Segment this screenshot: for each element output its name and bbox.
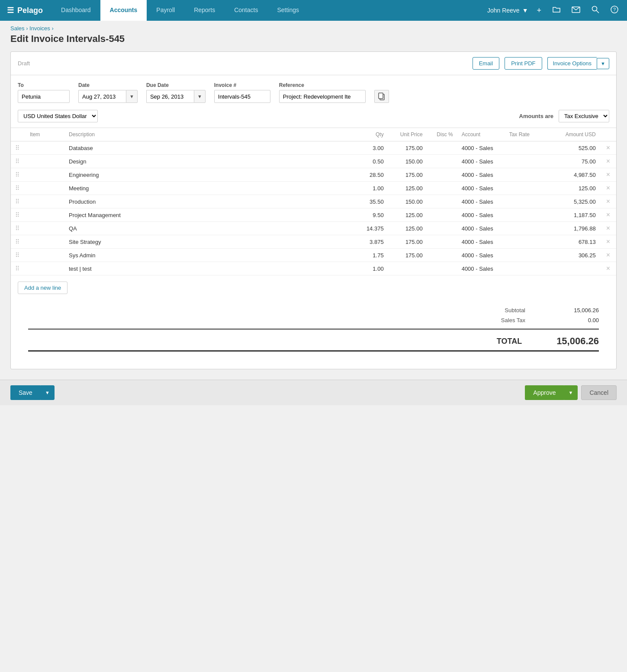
remove-cell: × [600, 182, 616, 195]
date-field-group: Date ▼ [78, 82, 138, 103]
amounts-dropdown[interactable]: Tax Exclusive Tax Inclusive No Tax [559, 110, 609, 122]
tax-rate-cell [505, 155, 553, 168]
drag-handle[interactable]: ⠿ [11, 168, 26, 182]
email-button[interactable]: Email [473, 57, 500, 70]
disc-cell [427, 249, 457, 262]
col-tax-header: Tax Rate [505, 128, 553, 141]
cancel-button[interactable]: Cancel [581, 385, 617, 400]
approve-button[interactable]: Approve [525, 385, 563, 400]
account-cell: 4000 - Sales [457, 182, 505, 195]
to-input[interactable] [18, 90, 70, 103]
date-arrow-btn[interactable]: ▼ [126, 90, 138, 103]
col-disc-header: Disc % [427, 128, 457, 141]
invoice-num-input[interactable] [214, 90, 270, 103]
description-cell: Project Management [64, 208, 354, 222]
save-button[interactable]: Save [10, 385, 40, 400]
unit-price-cell: 175.00 [388, 235, 427, 249]
print-pdf-button[interactable]: Print PDF [505, 57, 542, 70]
remove-row-button[interactable]: × [604, 171, 612, 179]
remove-row-button[interactable]: × [604, 198, 612, 205]
folder-icon[interactable] [551, 4, 562, 17]
invoice-form: Draft Email Print PDF Invoice Options ▼ … [10, 51, 617, 369]
col-item-header: Item [26, 128, 64, 141]
breadcrumb-invoices[interactable]: Invoices [29, 25, 50, 32]
mail-icon[interactable] [570, 4, 582, 17]
remove-row-button[interactable]: × [604, 265, 612, 272]
drag-handle[interactable]: ⠿ [11, 222, 26, 235]
nav-tab-reports[interactable]: Reports [184, 0, 225, 21]
nav-tab-dashboard[interactable]: Dashboard [51, 0, 100, 21]
date-input[interactable] [78, 90, 126, 103]
amount-cell: 306.25 [553, 249, 600, 262]
qty-cell: 28.50 [354, 168, 388, 182]
qty-cell: 3.875 [354, 235, 388, 249]
account-cell: 4000 - Sales [457, 222, 505, 235]
account-cell: 4000 - Sales [457, 249, 505, 262]
hamburger-icon[interactable]: ☰ [7, 6, 14, 15]
drag-handle[interactable]: ⠿ [11, 182, 26, 195]
nav-tab-settings[interactable]: Settings [267, 0, 309, 21]
nav-tab-contacts[interactable]: Contacts [225, 0, 267, 21]
account-cell: 4000 - Sales [457, 208, 505, 222]
remove-row-button[interactable]: × [604, 211, 612, 219]
account-cell: 4000 - Sales [457, 168, 505, 182]
breadcrumb-sales[interactable]: Sales [10, 25, 25, 32]
table-row: ⠿ Meeting 1.00 125.00 4000 - Sales 125.0… [11, 182, 616, 195]
disc-cell [427, 195, 457, 208]
description-cell: Design [64, 155, 354, 168]
description-cell: QA [64, 222, 354, 235]
reference-input[interactable] [279, 90, 366, 103]
due-date-label: Due Date [146, 82, 206, 88]
reference-field-group: Reference [279, 82, 366, 103]
search-icon[interactable] [590, 4, 601, 17]
approve-arrow-button[interactable]: ▼ [564, 385, 578, 400]
app-logo: ☰ Pelago [7, 6, 43, 15]
unit-price-cell: 125.00 [388, 208, 427, 222]
remove-cell: × [600, 195, 616, 208]
add-new-line-button[interactable]: Add a new line [18, 282, 68, 294]
unit-price-cell: 175.00 [388, 249, 427, 262]
table-row: ⠿ Database 3.00 175.00 4000 - Sales 525.… [11, 141, 616, 155]
remove-row-button[interactable]: × [604, 184, 612, 192]
nav-tab-accounts[interactable]: Accounts [100, 0, 147, 21]
remove-row-button[interactable]: × [604, 224, 612, 232]
save-arrow-button[interactable]: ▼ [40, 385, 55, 400]
col-drag [11, 128, 26, 141]
copy-button[interactable] [374, 90, 389, 103]
drag-handle[interactable]: ⠿ [11, 155, 26, 168]
help-icon[interactable]: ? [609, 4, 620, 17]
amount-cell: 525.00 [553, 141, 600, 155]
remove-row-button[interactable]: × [604, 157, 612, 165]
remove-row-button[interactable]: × [604, 251, 612, 259]
unit-price-cell: 125.00 [388, 182, 427, 195]
nav-tab-payroll[interactable]: Payroll [147, 0, 184, 21]
remove-row-button[interactable]: × [604, 238, 612, 246]
user-area[interactable]: John Reeve ▼ [487, 7, 528, 14]
to-label: To [18, 82, 70, 88]
due-date-input[interactable] [146, 90, 194, 103]
drag-handle[interactable]: ⠿ [11, 208, 26, 222]
drag-handle[interactable]: ⠿ [11, 195, 26, 208]
unit-price-cell: 175.00 [388, 141, 427, 155]
tax-rate-cell [505, 182, 553, 195]
remove-cell: × [600, 141, 616, 155]
invoice-options-arrow[interactable]: ▼ [597, 58, 609, 69]
remove-row-button[interactable]: × [604, 144, 612, 152]
table-row: ⠿ Production 35.50 150.00 4000 - Sales 5… [11, 195, 616, 208]
disc-cell [427, 235, 457, 249]
subtotal-value: 15,006.26 [560, 307, 599, 314]
tax-rate-cell [505, 235, 553, 249]
drag-handle[interactable]: ⠿ [11, 249, 26, 262]
drag-handle[interactable]: ⠿ [11, 141, 26, 155]
drag-handle[interactable]: ⠿ [11, 262, 26, 275]
description-cell: Meeting [64, 182, 354, 195]
invoice-options-button[interactable]: Invoice Options [547, 57, 597, 70]
currency-dropdown[interactable]: USD United States Dollar [18, 110, 97, 122]
due-date-arrow-btn[interactable]: ▼ [194, 90, 206, 103]
drag-handle[interactable]: ⠿ [11, 235, 26, 249]
invoice-num-field-group: Invoice # [214, 82, 270, 103]
item-cell [26, 222, 64, 235]
add-icon[interactable]: + [535, 4, 543, 17]
disc-cell [427, 208, 457, 222]
qty-cell: 0.50 [354, 155, 388, 168]
